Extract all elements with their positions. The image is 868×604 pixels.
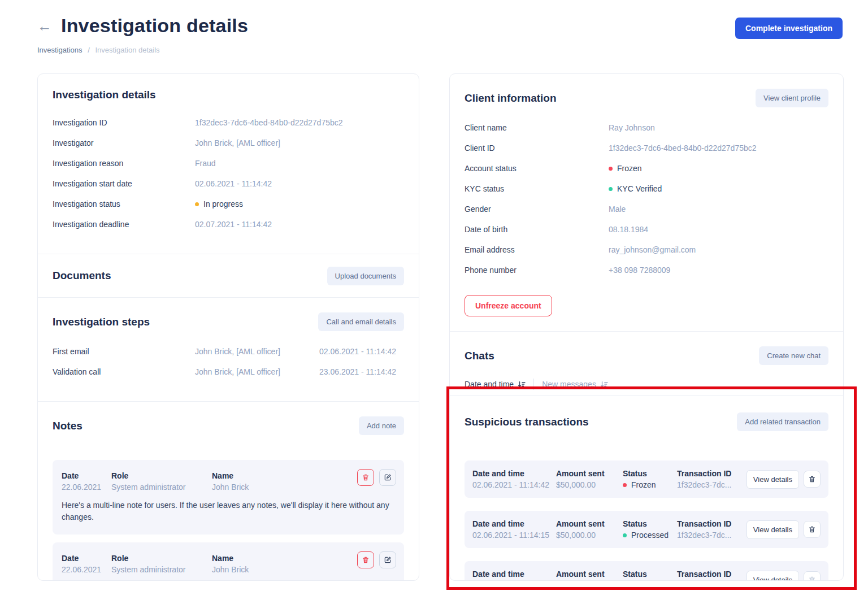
note-col-date-header: Date: [62, 554, 111, 563]
content-columns: Investigation details Investigation ID 1…: [0, 73, 868, 581]
tx-col-txid-header: Transaction ID: [677, 469, 744, 478]
note-name: John Brick: [212, 565, 249, 574]
step-date: 02.06.2021 - 11:14:42: [319, 346, 396, 358]
edit-note-button[interactable]: [379, 469, 396, 486]
tx-col-amount-header: Amount sent: [556, 469, 623, 478]
edit-note-button[interactable]: [379, 551, 396, 568]
detail-row: Investigation ID 1f32dec3-7dc6-4bed-84b0…: [53, 117, 404, 129]
client-row: Client name Ray Johnson: [465, 122, 828, 134]
view-client-profile-button[interactable]: View client profile: [756, 89, 828, 107]
detail-value: Fraud: [195, 158, 216, 170]
page-title: Investigation details: [61, 15, 248, 37]
client-row: Gender Male: [465, 203, 828, 215]
delete-note-button[interactable]: [357, 551, 374, 568]
suspicious-transactions-section: Suspicious transactions Add related tran…: [450, 395, 843, 581]
edit-pencil-icon: [384, 556, 392, 564]
edit-pencil-icon: [384, 473, 392, 481]
trash-icon: [362, 473, 370, 481]
unfreeze-account-button[interactable]: Unfreeze account: [465, 295, 552, 316]
delete-transaction-button[interactable]: [804, 571, 821, 581]
sort-label: New messages: [542, 380, 596, 389]
detail-label: Investigation status: [53, 198, 195, 210]
delete-note-button[interactable]: [357, 469, 374, 486]
client-row: Date of birth 08.18.1984: [465, 224, 828, 236]
trash-icon: [808, 525, 816, 533]
detail-value: 02.07.2021 - 11:14:42: [195, 219, 272, 231]
client-information-section: Client information View client profile C…: [450, 74, 843, 331]
upload-documents-button[interactable]: Upload documents: [327, 267, 404, 285]
status-badge: In progress: [195, 198, 243, 210]
sort-label: Date and time: [465, 380, 514, 389]
page: ← Investigation details Investigations /…: [0, 0, 868, 604]
client-row: KYC status KYC Verified: [465, 183, 828, 195]
step-person: John Brick, [AML officer]: [195, 346, 319, 358]
client-label: Phone number: [465, 264, 609, 276]
step-row: Validation call John Brick, [AML officer…: [53, 366, 404, 378]
breadcrumb-investigations[interactable]: Investigations: [37, 46, 83, 54]
suspicious-transactions-title: Suspicious transactions: [465, 416, 589, 428]
tx-col-status-header: Status: [623, 519, 677, 528]
detail-label: Investigation start date: [53, 178, 195, 190]
client-row: Client ID 1f32dec3-7dc6-4bed-84b0-d22d27…: [465, 142, 828, 154]
note-date: 22.06.2021: [62, 483, 111, 492]
add-related-transaction-button[interactable]: Add related transaction: [737, 412, 828, 431]
detail-row: Investigator John Brick, [AML officer]: [53, 137, 404, 149]
investigation-card: Investigation details Investigation ID 1…: [37, 73, 419, 581]
title-row: ← Investigation details: [37, 15, 248, 37]
add-note-button[interactable]: Add note: [359, 416, 404, 435]
tx-col-datetime-header: Date and time: [472, 469, 556, 478]
note-col-role-header: Role: [111, 471, 212, 480]
delete-transaction-button[interactable]: [804, 471, 821, 488]
sort-new-messages[interactable]: New messages: [542, 380, 608, 389]
detail-value: 02.06.2021 - 11:14:42: [195, 178, 272, 190]
create-new-chat-button[interactable]: Create new chat: [759, 346, 828, 365]
view-details-button[interactable]: View details: [747, 571, 799, 581]
notes-section: Notes Add note Date 22.06.2021 Role Syst…: [38, 401, 419, 581]
tx-col-txid-header: Transaction ID: [677, 570, 744, 579]
sort-descending-icon: [600, 381, 608, 388]
client-label: Gender: [465, 203, 609, 215]
note-col-name-header: Name: [212, 471, 249, 480]
detail-label: Investigation reason: [53, 158, 195, 170]
transaction-row: Date and time 02.06.2021 - 11:13:15 Amou…: [465, 561, 828, 581]
view-details-button[interactable]: View details: [747, 520, 799, 539]
view-details-button[interactable]: View details: [747, 470, 799, 489]
investigation-steps-section: Investigation steps Call and email detai…: [38, 297, 419, 401]
status-text: Frozen: [617, 163, 642, 175]
client-label: Account status: [465, 163, 609, 175]
step-date: 23.06.2021 - 11:14:42: [319, 366, 396, 378]
kyc-status-badge: KYC Verified: [609, 183, 662, 195]
sort-divider: [533, 379, 534, 390]
tx-col-datetime-header: Date and time: [472, 519, 556, 528]
transaction-row: Date and time 02.06.2021 - 11:14:42 Amou…: [465, 460, 828, 498]
delete-transaction-button[interactable]: [804, 521, 821, 538]
note-role: System administrator: [111, 483, 212, 492]
trash-icon: [808, 576, 816, 581]
status-text: Processed: [631, 531, 669, 540]
client-row: Account status Frozen: [465, 163, 828, 175]
complete-investigation-button[interactable]: Complete investigation: [735, 18, 843, 39]
trash-icon: [362, 556, 370, 564]
tx-id: 1f32dec3-7dc...: [677, 480, 744, 489]
sort-date-and-time[interactable]: Date and time: [465, 380, 526, 389]
back-arrow-icon[interactable]: ←: [37, 19, 52, 33]
investigation-steps-title: Investigation steps: [53, 316, 150, 328]
tx-status-badge: Frozen: [623, 480, 677, 489]
breadcrumb: Investigations / Investigation details: [37, 46, 248, 54]
client-value: +38 098 7288009: [609, 264, 670, 276]
client-label: KYC status: [465, 183, 609, 195]
call-email-details-button[interactable]: Call and email details: [318, 312, 404, 331]
note-role: System administrator: [111, 565, 212, 574]
step-person: John Brick, [AML officer]: [195, 366, 319, 378]
status-dot-icon: [623, 483, 627, 487]
step-label: First email: [53, 346, 195, 358]
detail-value: 1f32dec3-7dc6-4bed-84b0-d22d27d75bc2: [195, 117, 343, 129]
step-row: First email John Brick, [AML officer] 02…: [53, 346, 404, 358]
breadcrumb-current: Investigation details: [95, 46, 159, 54]
client-label: Email address: [465, 244, 609, 256]
client-value: ray_johnson@gmail.com: [609, 244, 696, 256]
detail-label: Investigation deadline: [53, 219, 195, 231]
step-label: Validation call: [53, 366, 195, 378]
account-status-badge: Frozen: [609, 163, 642, 175]
note-card: Date 22.06.2021 Role System administrato…: [53, 542, 404, 581]
